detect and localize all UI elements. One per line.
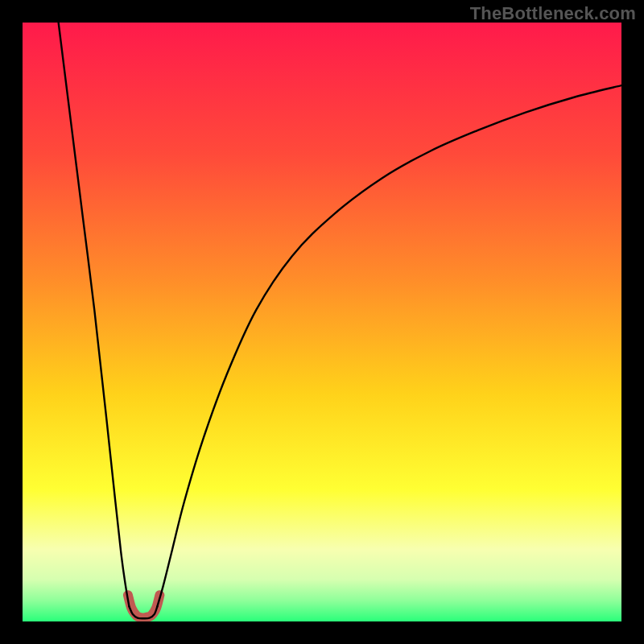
watermark-text: TheBottleneck.com bbox=[470, 3, 636, 24]
chart-svg bbox=[23, 23, 621, 621]
gradient-background bbox=[23, 23, 621, 621]
plot-area bbox=[23, 23, 621, 621]
chart-frame: TheBottleneck.com bbox=[0, 0, 644, 644]
